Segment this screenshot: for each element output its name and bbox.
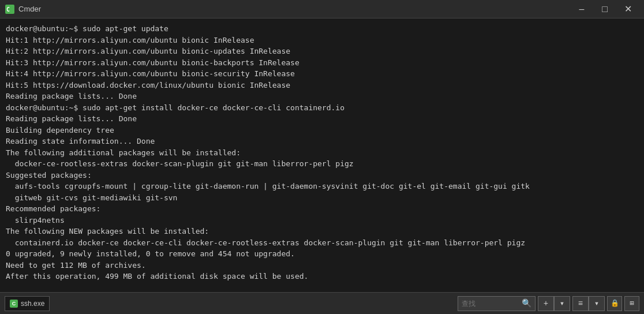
title-bar: C Cmder – □ ✕ <box>0 0 644 18</box>
add-dropdown-button[interactable]: ▾ <box>554 296 570 311</box>
settings-button[interactable]: ≡ <box>572 296 589 311</box>
add-button-group: + ▾ <box>538 296 570 311</box>
app-icon: C <box>5 4 15 14</box>
terminal-area: docker@ubuntu:~$ sudo apt-get update Hit… <box>0 18 644 292</box>
grid-icon: ⊞ <box>624 296 639 311</box>
tab-label: ssh.exe <box>21 300 44 308</box>
settings-dropdown-button[interactable]: ▾ <box>589 296 605 311</box>
status-right-section: 🔍 + ▾ ≡ ▾ 🔒 ⊞ <box>458 296 639 311</box>
status-bar: C ssh.exe 🔍 + ▾ ≡ ▾ 🔒 ⊞ <box>0 292 644 314</box>
tab-icon: C <box>10 300 18 308</box>
window-controls: – □ ✕ <box>570 0 639 18</box>
search-box[interactable]: 🔍 <box>458 296 536 311</box>
close-button[interactable]: ✕ <box>616 0 639 18</box>
svg-text:C: C <box>6 6 10 13</box>
tab-ssh[interactable]: C ssh.exe <box>5 296 50 311</box>
search-input[interactable] <box>462 300 519 308</box>
settings-button-group: ≡ ▾ <box>572 296 605 311</box>
add-tab-button[interactable]: + <box>538 296 554 311</box>
search-icon[interactable]: 🔍 <box>522 298 531 308</box>
minimize-button[interactable]: – <box>570 0 593 18</box>
lock-icon: 🔒 <box>607 296 622 311</box>
window-title: Cmder <box>18 5 570 13</box>
terminal-output: docker@ubuntu:~$ sudo apt-get update Hit… <box>6 23 638 282</box>
maximize-button[interactable]: □ <box>593 0 616 18</box>
